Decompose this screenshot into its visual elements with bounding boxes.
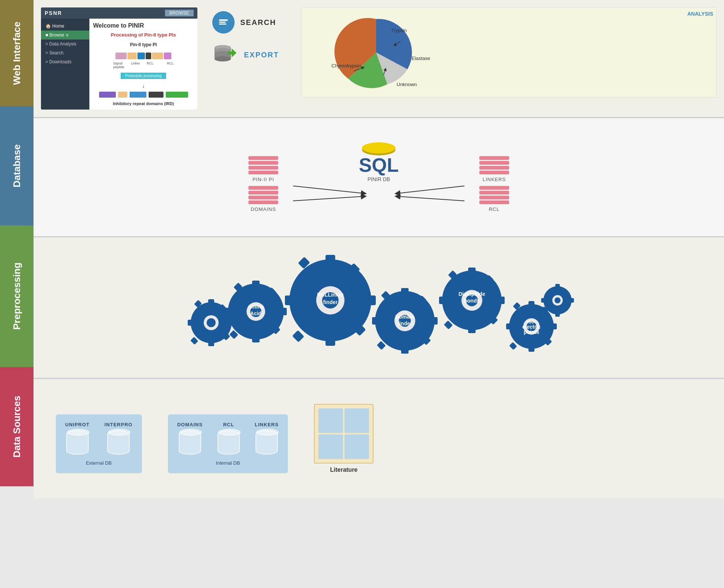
web-interface-section: PSNR BROWSE 🏠 Home ■ Browse ∨ > Data Ana…: [34, 0, 724, 118]
db-plate: [248, 156, 278, 160]
db-item-domains: DOMAINS: [248, 186, 278, 212]
svg-text:Amino: Amino: [248, 304, 264, 310]
gears-container: .gear-path { fill: #1a5a9a; } .gear-inne…: [174, 248, 584, 367]
svg-text:finder: finder: [398, 320, 412, 326]
arrow-down: ↓: [142, 83, 145, 89]
sidebar-item-data-analysis[interactable]: > Data Analysis: [41, 39, 89, 48]
ds-item-rcl: RCL: [217, 422, 240, 455]
svg-point-5: [215, 56, 231, 61]
svg-rect-48: [367, 295, 376, 305]
db-plate: [248, 191, 278, 195]
sidebar-item-home[interactable]: 🏠 Home: [41, 22, 89, 31]
db-stack-domains: [248, 186, 278, 204]
lit-cell-1: [318, 408, 343, 433]
browse-sidebar: 🏠 Home ■ Browse ∨ > Data Analysis > Sear…: [41, 19, 197, 110]
svg-rect-101: [569, 298, 574, 303]
svg-text:Acid: Acid: [250, 310, 261, 316]
pie-chart: Trypsin Elastase Unknown Chymotrypsin: [305, 12, 447, 94]
search-icon[interactable]: [212, 11, 235, 34]
internal-db-group: DOMAINS RCL LINKERS Internal DB: [168, 414, 288, 473]
analysis-box: ANALYSIS Tr: [301, 7, 717, 98]
ird-seg3: [130, 92, 146, 98]
rcl-label: RCL: [223, 422, 234, 427]
domains-label: DOMAINS: [177, 422, 203, 427]
svg-rect-74: [497, 297, 505, 304]
literature-wrapper: Literature: [314, 404, 374, 473]
datasources-content: UNIPROT INTERPRO External DB D: [41, 396, 717, 481]
db-label-linkers: LINKERS: [483, 177, 506, 182]
lit-cell-4: [344, 434, 369, 459]
export-db-icon: [212, 45, 238, 65]
sidebar-item-search[interactable]: > Search: [41, 48, 89, 57]
linkers-label: LINKERS: [255, 422, 279, 427]
gears-svg: .gear-path { fill: #1a5a9a; } .gear-inne…: [174, 248, 584, 367]
db-item-rcl: RCL: [479, 186, 509, 212]
svg-rect-25: [188, 320, 194, 326]
browse-button[interactable]: BROWSE: [165, 10, 194, 16]
svg-rect-99: [555, 284, 560, 288]
gear-domain-finder: Domain finder: [372, 288, 438, 354]
svg-rect-60: [401, 346, 409, 354]
external-db-row: UNIPROT INTERPRO: [65, 422, 133, 455]
db-plate: [248, 166, 278, 170]
interpro-cylinder: [107, 430, 130, 455]
db-label-domains: DOMAINS: [251, 206, 276, 212]
sidebar-item-downloads[interactable]: > Downloads: [41, 57, 89, 66]
svg-rect-33: [252, 281, 260, 288]
literature-box: [314, 404, 374, 464]
segment-labels: Signalpeptide Linker RCL RCL: [113, 61, 174, 69]
rcl-cylinder: [217, 430, 240, 455]
ds-item-linkers: LINKERS: [255, 422, 279, 455]
pinii-subtitle: Processing of Pin-II type PIs: [111, 32, 176, 38]
svg-rect-59: [401, 288, 409, 295]
browse-logo: PSNR: [45, 10, 62, 16]
gear-small-left: [188, 299, 235, 346]
db-plate: [248, 171, 278, 174]
export-label: EXPORT: [244, 51, 279, 59]
db-plate: [479, 161, 509, 165]
db-plate: [248, 200, 278, 204]
label-data-sources: Data Sources: [0, 367, 34, 486]
gear-rcl-linker: RCLLinker finder: [285, 255, 376, 346]
svg-text:finder: finder: [323, 299, 338, 305]
db-plate: [479, 196, 509, 199]
db-plate: [479, 171, 509, 174]
svg-point-31: [207, 318, 216, 327]
svg-text:Trypsin: Trypsin: [391, 28, 407, 33]
browse-titlebar: PSNR BROWSE: [41, 7, 197, 19]
svg-rect-100: [555, 312, 560, 317]
ird-label: Inhibitory repeat domains (IRD): [113, 101, 174, 106]
ds-item-uniprot: UNIPROT: [65, 422, 90, 455]
db-stack-rcl: [479, 186, 509, 204]
linker2-segment: [152, 53, 163, 59]
svg-rect-87: [551, 323, 557, 329]
external-db-group: UNIPROT INTERPRO External DB: [56, 414, 142, 473]
search-export-area: SEARCH: [212, 11, 279, 65]
external-db-label: External DB: [86, 460, 112, 466]
uniprot-label: UNIPROT: [65, 422, 90, 427]
db-plate: [248, 196, 278, 199]
db-plate: [248, 186, 278, 190]
browse-window: PSNR BROWSE 🏠 Home ■ Browse ∨ > Data Ana…: [41, 7, 197, 110]
svg-rect-1: [219, 22, 226, 23]
browse-content: Welcome to PINIR Processing of Pin-II ty…: [89, 19, 197, 110]
svg-rect-53: [292, 330, 304, 342]
proteolytic-box: Proteolytic processing: [121, 73, 166, 79]
svg-text:Domain: Domain: [395, 314, 414, 320]
db-plate: [479, 186, 509, 190]
svg-text:points: points: [524, 329, 539, 335]
ird-seg2: [118, 92, 127, 98]
ird-row: [99, 92, 188, 98]
sql-disk: [362, 142, 396, 154]
preprocessing-section: .gear-path { fill: #1a5a9a; } .gear-inne…: [34, 237, 724, 379]
browse-title: Welcome to PINIR: [93, 22, 194, 29]
sidebar-nav: 🏠 Home ■ Browse ∨ > Data Analysis > Sear…: [41, 19, 89, 110]
analysis-title: ANALYSIS: [687, 11, 713, 17]
svg-rect-47: [326, 337, 335, 346]
svg-rect-36: [225, 308, 232, 315]
database-section: PIN-II PI SQL PINIR DB: [34, 118, 724, 237]
gear-amino-acid: Amino Acid: [225, 281, 287, 342]
svg-rect-86: [528, 346, 534, 352]
analysis-area: ANALYSIS Tr: [301, 7, 717, 98]
sidebar-item-browse[interactable]: ■ Browse ∨: [41, 31, 89, 39]
